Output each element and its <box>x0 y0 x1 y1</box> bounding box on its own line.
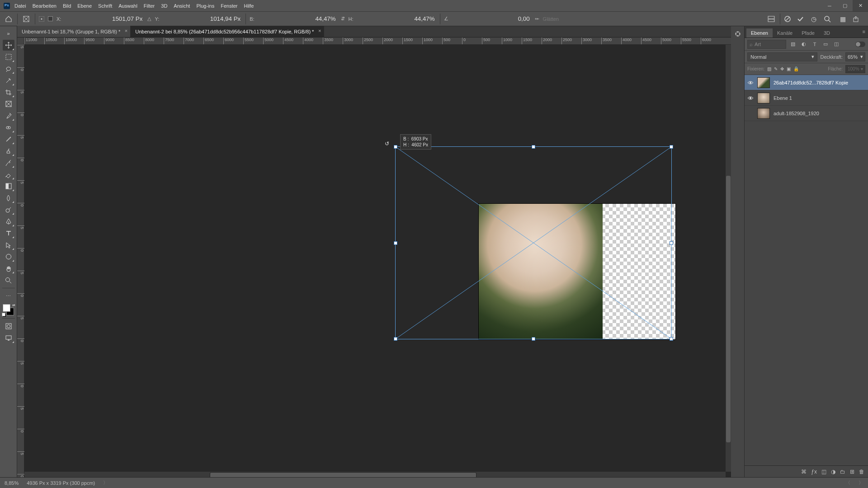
menu-filter[interactable]: Filter <box>144 3 155 9</box>
close-tab-icon[interactable]: × <box>125 28 127 33</box>
window-close-button[interactable]: ✕ <box>853 0 868 11</box>
reference-point-toggle[interactable] <box>39 16 44 22</box>
transform-handle-top-mid[interactable] <box>532 145 535 149</box>
foreground-background-colors[interactable]: ⇄ <box>3 304 14 316</box>
link-aspect-icon[interactable]: ⇵ <box>341 16 345 22</box>
lock-pixels-icon[interactable]: ✎ <box>774 66 778 71</box>
transform-handle-mid-right[interactable] <box>670 241 673 245</box>
horizontal-scrollbar[interactable] <box>24 472 726 477</box>
path-selection-tool[interactable] <box>3 239 14 250</box>
menu-plugins[interactable]: Plug-ins <box>196 3 214 9</box>
document-tab[interactable]: Unbenannt-2 bei 8,85% (26ab471dd8dc52b95… <box>131 26 324 37</box>
scrollbar-thumb[interactable] <box>726 176 731 442</box>
document-info[interactable]: 4936 Px x 3319 Px (300 ppcm) <box>27 480 95 486</box>
status-info-arrow-icon[interactable]: 〉 <box>103 479 108 486</box>
transform-preset-button[interactable] <box>21 14 31 23</box>
hand-tool[interactable] <box>3 263 14 274</box>
lock-artboard-icon[interactable]: ▣ <box>787 66 791 71</box>
history-brush-tool[interactable] <box>3 157 14 168</box>
layer-filter-search[interactable]: ⌕ Art <box>747 40 786 49</box>
collapse-arrows-icon[interactable]: » <box>3 28 14 39</box>
filter-smart-icon[interactable]: ◫ <box>832 40 840 48</box>
reference-point-grid[interactable] <box>48 16 53 21</box>
cloud-docs-icon[interactable]: ◷ <box>809 15 818 23</box>
menu-schrift[interactable]: Schrift <box>98 3 112 9</box>
timeline-arrow-left-icon[interactable]: 〈 <box>845 479 850 486</box>
screen-mode-button[interactable] <box>3 333 14 343</box>
clone-stamp-tool[interactable] <box>3 145 14 156</box>
layer-visibility-icon[interactable] <box>747 95 754 101</box>
layer-thumbnail[interactable] <box>757 77 770 88</box>
opacity-input[interactable]: 65%▾ <box>845 52 865 61</box>
quick-mask-button[interactable] <box>3 321 14 332</box>
layer-name-label[interactable]: 26ab471dd8dc52...7828df7 Kopie <box>774 80 865 85</box>
width-input[interactable] <box>258 15 337 23</box>
layer-row[interactable]: Ebene 1 <box>745 90 868 106</box>
vertical-ruler[interactable]: 50505050505050505050 <box>17 45 24 477</box>
angle-input[interactable] <box>452 15 531 23</box>
cancel-transform-button[interactable] <box>784 15 793 23</box>
shape-tool[interactable] <box>3 251 14 262</box>
transform-handle-bottom-right[interactable] <box>670 337 673 341</box>
default-colors-icon[interactable] <box>2 313 6 317</box>
layer-name-label[interactable]: adult-1852908_1920 <box>774 111 865 116</box>
filter-type-icon[interactable]: T <box>811 40 819 48</box>
search-icon[interactable] <box>824 15 833 23</box>
canvas[interactable]: ↺ B : 6903 Px H : 4602 Px <box>24 45 726 472</box>
menu-datei[interactable]: Datei <box>14 3 26 9</box>
layer-row[interactable]: 26ab471dd8dc52...7828df7 Kopie <box>745 75 868 90</box>
swap-colors-icon[interactable]: ⇄ <box>12 303 15 307</box>
lasso-tool[interactable] <box>3 63 14 74</box>
eraser-tool[interactable] <box>3 169 14 180</box>
adjustment-layer-icon[interactable]: ◑ <box>831 469 835 475</box>
healing-brush-tool[interactable] <box>3 122 14 133</box>
warp-mode-button[interactable] <box>767 15 776 23</box>
foreground-color-swatch[interactable] <box>3 304 10 312</box>
layer-row[interactable]: adult-1852908_1920 <box>745 106 868 121</box>
transform-handle-top-right[interactable] <box>670 145 673 149</box>
x-input[interactable] <box>65 15 144 23</box>
home-button[interactable] <box>4 14 14 23</box>
layer-thumbnail[interactable] <box>757 108 770 119</box>
share-icon[interactable] <box>853 16 862 22</box>
link-layers-icon[interactable]: ⌘ <box>801 469 807 475</box>
zoom-tool[interactable] <box>3 275 14 286</box>
triangle-icon[interactable]: △ <box>147 16 151 22</box>
tab-kanale[interactable]: Kanäle <box>773 28 797 38</box>
horizontal-ruler[interactable]: 1100010500100009500900085008000750070006… <box>24 38 731 45</box>
layer-name-label[interactable]: Ebene 1 <box>774 95 865 101</box>
edit-toolbar-button[interactable]: ⋯ <box>3 291 14 301</box>
transform-handle-bottom-mid[interactable] <box>532 337 535 341</box>
timeline-arrow-right-icon[interactable]: 〉 <box>859 479 863 486</box>
frame-tool[interactable] <box>3 99 14 109</box>
close-tab-icon[interactable]: × <box>318 28 321 33</box>
move-tool[interactable] <box>3 40 14 51</box>
filter-adjust-icon[interactable]: ◐ <box>800 40 808 48</box>
zoom-level[interactable]: 8,85% <box>5 480 19 486</box>
menu-3d[interactable]: 3D <box>161 3 167 9</box>
height-input[interactable] <box>357 15 436 23</box>
workspace-icon[interactable]: ▦ <box>838 15 847 23</box>
menu-auswahl[interactable]: Auswahl <box>118 3 137 9</box>
type-tool[interactable] <box>3 228 14 239</box>
pen-tool[interactable] <box>3 216 14 227</box>
filter-pixel-icon[interactable]: ▧ <box>789 40 797 48</box>
new-group-icon[interactable]: 🗀 <box>840 469 845 475</box>
fill-input[interactable]: 100%▾ <box>845 65 865 73</box>
document-tab[interactable]: Unbenannt-1 bei 18,7% (Gruppe 1, RGB/8) … <box>17 26 131 37</box>
color-panel-icon[interactable] <box>734 30 742 38</box>
lock-position-icon[interactable]: ✥ <box>780 66 784 71</box>
window-maximize-button[interactable]: ▢ <box>837 0 853 11</box>
layer-thumbnail[interactable] <box>757 93 770 103</box>
lock-all-icon[interactable]: 🔒 <box>793 66 799 71</box>
new-layer-icon[interactable]: ⊞ <box>850 469 854 475</box>
tab-ebenen[interactable]: Ebenen <box>746 28 773 38</box>
marquee-tool[interactable] <box>3 52 14 62</box>
tab-pfade[interactable]: Pfade <box>797 28 819 38</box>
menu-bild[interactable]: Bild <box>63 3 71 9</box>
commit-transform-button[interactable] <box>797 15 806 23</box>
gradient-tool[interactable] <box>3 181 14 192</box>
ruler-origin[interactable] <box>17 38 24 45</box>
menu-ansicht[interactable]: Ansicht <box>174 3 190 9</box>
brush-tool[interactable] <box>3 134 14 145</box>
